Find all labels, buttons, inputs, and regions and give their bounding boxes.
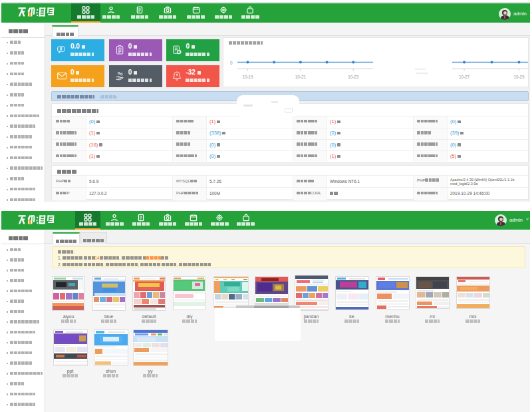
svg-text:10-19: 10-19 (242, 75, 253, 79)
svg-text:10-23: 10-23 (348, 75, 359, 79)
svg-text:10-21: 10-21 (295, 75, 307, 79)
svg-text:10-27: 10-27 (459, 75, 470, 79)
svg-text:0: 0 (230, 61, 233, 65)
svg-text:¥: ¥ (60, 47, 63, 51)
svg-text:10-29: 10-29 (513, 75, 525, 79)
